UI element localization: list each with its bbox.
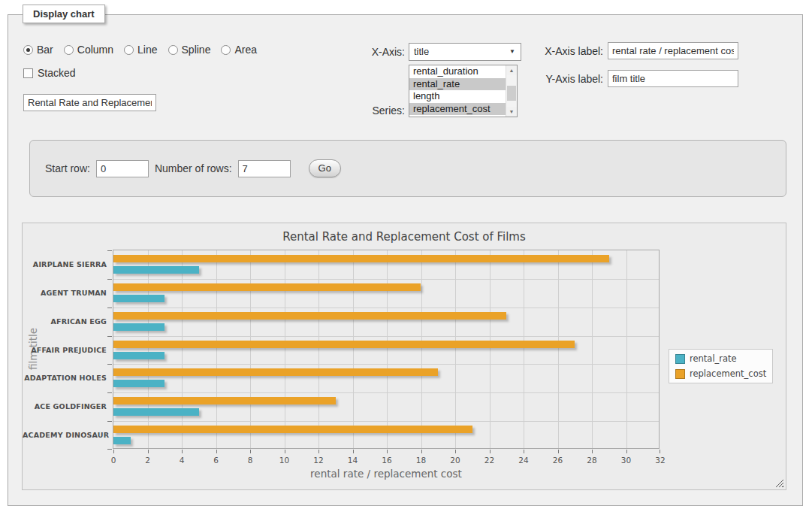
x-axis-select-value: title [414, 46, 429, 57]
gridline [455, 250, 456, 448]
chart-type-bar[interactable]: Bar [23, 44, 53, 56]
chart-title: Rental Rate and Replacement Cost of Film… [23, 230, 786, 244]
bar-rental_rate [113, 295, 165, 302]
bar-replacement_cost [113, 397, 336, 404]
series-multiselect[interactable]: rental_durationrental_ratelengthreplacem… [409, 65, 518, 117]
series-scrollbar[interactable]: ▲ ▼ [506, 65, 517, 117]
x-axis-select[interactable]: title ▼ [409, 43, 521, 61]
legend-swatch-rental_rate [675, 354, 685, 364]
radio-icon-column[interactable] [64, 45, 74, 55]
radio-icon-bar[interactable] [23, 45, 33, 55]
y-tick [107, 421, 112, 422]
chart-type-spline[interactable]: Spline [168, 44, 211, 56]
chart-type-label-spline: Spline [182, 44, 211, 56]
chart-title-input[interactable] [23, 94, 156, 111]
start-row-input[interactable] [96, 160, 149, 177]
chart-type-label-line: Line [137, 44, 157, 56]
category-label: AIRPLANE SIERRA [23, 260, 107, 268]
series-options-container: rental_durationrental_ratelengthreplacem… [409, 65, 517, 115]
chevron-down-icon: ▼ [509, 49, 515, 55]
stacked-option[interactable]: Stacked [23, 67, 76, 79]
bar-replacement_cost [113, 312, 506, 320]
x-tick [182, 450, 183, 453]
x-tick-label: 24 [518, 456, 528, 465]
category-label: ACADEMY DINOSAUR [23, 431, 107, 439]
x-tick [490, 450, 491, 453]
series-option-replacement_cost[interactable]: replacement_cost [409, 103, 517, 116]
legend-item-replacement_cost: replacement_cost [675, 368, 766, 379]
radio-icon-line[interactable] [124, 45, 134, 55]
x-axis-label-input[interactable] [608, 42, 738, 59]
row-range-panel: Start row: Number of rows: Go [29, 140, 786, 197]
bar-rental_rate [113, 323, 165, 331]
x-tick [353, 450, 354, 453]
scroll-up-icon[interactable]: ▲ [506, 65, 517, 75]
go-button[interactable]: Go [309, 159, 341, 177]
fieldset-legend: Display chart [23, 5, 105, 23]
gridline [113, 364, 659, 365]
gridline [148, 250, 149, 448]
number-of-rows-input[interactable] [238, 160, 291, 177]
row-range-controls: Start row: Number of rows: Go [45, 159, 341, 177]
gridline [113, 279, 659, 280]
x-tick-label: 22 [484, 456, 494, 465]
gridline [353, 250, 354, 448]
bar-rental_rate [113, 380, 165, 387]
y-tick [107, 250, 112, 251]
x-axis-label-caption: X-Axis label: [534, 45, 603, 57]
y-tick [107, 279, 112, 280]
x-tick-label: 4 [180, 456, 185, 465]
scrollbar-thumb[interactable] [507, 86, 516, 101]
series-option-length[interactable]: length [409, 90, 517, 103]
category-label: AFRICAN EGG [23, 317, 107, 326]
y-axis-label-input[interactable] [608, 70, 738, 87]
radio-icon-spline[interactable] [168, 45, 178, 55]
series-option-rental_duration[interactable]: rental_duration [409, 65, 517, 78]
stacked-checkbox[interactable] [23, 68, 33, 78]
y-tick [107, 308, 112, 308]
radio-icon-area[interactable] [221, 45, 231, 55]
x-tick-label: 0 [111, 456, 116, 465]
legend-item-rental_rate: rental_rate [675, 353, 766, 364]
chart-type-line[interactable]: Line [124, 44, 157, 56]
x-tick-label: 20 [450, 456, 460, 465]
category-label: ACE GOLDFINGER [23, 402, 107, 411]
chart-type-column[interactable]: Column [64, 44, 113, 56]
gridline [182, 250, 183, 448]
x-tick [285, 450, 285, 453]
gridline [387, 250, 388, 448]
gridline [592, 250, 593, 448]
bar-rental_rate [113, 266, 199, 274]
x-tick-label: 30 [621, 456, 631, 465]
x-tick [626, 450, 627, 453]
x-tick-label: 16 [382, 456, 391, 465]
x-tick [421, 450, 422, 453]
series-option-rental_rate[interactable]: rental_rate [409, 78, 517, 91]
x-tick-label: 2 [145, 456, 150, 465]
chart-type-area[interactable]: Area [221, 44, 257, 56]
resize-handle-icon[interactable] [775, 479, 783, 487]
x-tick-label: 28 [587, 456, 596, 465]
y-tick [107, 449, 112, 450]
gridline [113, 392, 659, 393]
x-tick [387, 450, 388, 453]
gridline [490, 250, 491, 448]
x-tick [148, 450, 149, 453]
x-tick [660, 450, 660, 453]
x-tick-label: 10 [279, 456, 289, 465]
y-tick [107, 364, 112, 365]
x-axis-title: rental rate / replacement cost [113, 468, 660, 480]
gridline [524, 250, 524, 448]
x-tick [216, 450, 217, 453]
number-of-rows-label: Number of rows: [155, 162, 232, 174]
scroll-down-icon[interactable]: ▼ [506, 107, 517, 117]
bar-replacement_cost [113, 341, 575, 348]
x-tick [318, 450, 319, 453]
x-tick-label: 26 [553, 456, 563, 465]
category-label: ADAPTATION HOLES [23, 374, 107, 382]
category-label: AGENT TRUMAN [23, 289, 107, 297]
start-row-label: Start row: [45, 162, 90, 174]
gridline [421, 250, 422, 448]
x-tick [113, 450, 114, 453]
x-tick-label: 12 [313, 456, 323, 465]
